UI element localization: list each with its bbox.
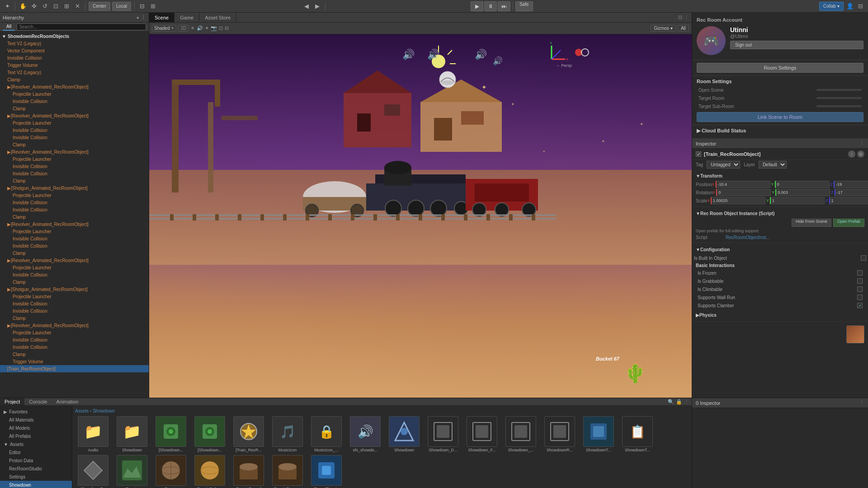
tool-scale[interactable]: ⊡ — [51, 2, 60, 11]
list-item[interactable]: Projectile Launcher — [0, 192, 149, 199]
open-scene-value[interactable] — [816, 89, 862, 91]
project-tab-console[interactable]: Console — [24, 398, 52, 405]
pause-button[interactable]: ⏸ — [484, 1, 497, 11]
list-item[interactable]: Projectile Launcher — [0, 293, 149, 300]
camera-icon[interactable]: 📷 — [211, 25, 217, 31]
all-layers-dropdown[interactable]: All — [678, 25, 689, 32]
list-item[interactable]: Invisible Collision — [0, 163, 149, 170]
asset-item-showdown-w[interactable]: Showdown_... — [503, 416, 539, 452]
is-frozen-checkbox[interactable] — [857, 270, 863, 276]
asset-item-showdown1[interactable]: [Showdown... — [153, 416, 189, 452]
redo-btn[interactable]: ▶ — [313, 2, 322, 11]
list-item[interactable]: Invisible Collision — [0, 98, 149, 105]
asset-item-showdown-r[interactable]: ShowdownR... — [542, 416, 578, 452]
grid-icon[interactable]: ⊞ — [149, 2, 158, 11]
asset-item-tunnelterrain[interactable]: TunnelTerrain — [308, 455, 344, 488]
hierarchy-selected-item[interactable]: [Train_RecRoomObject] — [0, 365, 149, 372]
account-icon[interactable]: 👤 — [845, 2, 854, 11]
hierarchy-add-icon[interactable]: + — [137, 15, 139, 20]
breadcrumb-showdown[interactable]: Showdown — [93, 408, 115, 413]
list-item[interactable]: Clamp — [0, 141, 149, 148]
list-item[interactable]: Invisible Collision — [0, 336, 149, 343]
layer-icon[interactable]: ⊟ — [856, 2, 865, 11]
sidebar-item-editor[interactable]: Editor — [0, 448, 72, 456]
asset-item-showdown-d[interactable]: Showdown_D... — [425, 416, 461, 452]
object-active-checkbox[interactable]: ✓ — [696, 151, 701, 157]
asset-item-terrain[interactable]: Terrain — [114, 455, 150, 488]
undo-btn[interactable]: ◀ — [302, 2, 311, 11]
built-in-checkbox[interactable] — [861, 255, 866, 261]
link-scene-button[interactable]: Link Scene to Room — [697, 112, 863, 122]
hierarchy-tab-all[interactable]: All — [3, 23, 15, 31]
asset-item-train[interactable]: [Train_RecR... — [231, 416, 267, 452]
is-climbable-checkbox[interactable] — [857, 286, 863, 292]
asset-item-showdown2[interactable]: [Showdown... — [192, 416, 228, 452]
asset-item-showdown[interactable]: 📁 Showdown — [114, 416, 150, 452]
list-item[interactable]: Trigger Volume — [0, 61, 149, 69]
shaded-dropdown[interactable]: Shaded ▼ — [152, 25, 176, 32]
asset-item-showdown3[interactable]: Showdown — [386, 416, 422, 452]
tool-transform[interactable]: ✕ — [73, 2, 82, 11]
light-icon[interactable]: ☀ — [190, 25, 195, 31]
list-item[interactable]: Invisible Collision — [0, 343, 149, 351]
safe-button[interactable]: Safe — [515, 1, 533, 11]
list-item[interactable]: Projectile Launcher — [0, 329, 149, 336]
list-item[interactable]: Clamp — [0, 177, 149, 184]
list-item[interactable]: ▶ [Revolver_Animated_RecRoomObject] — [0, 257, 149, 264]
supports-clamber-checkbox[interactable]: ✓ — [857, 303, 863, 308]
hide-from-scene-button[interactable]: Hide From Scene — [792, 219, 831, 227]
sidebar-item-all-materials[interactable]: All Materials — [0, 416, 72, 424]
physics-header[interactable]: ▶ Physics — [692, 310, 868, 319]
list-item[interactable]: Text V2 (Legacy) — [0, 69, 149, 76]
list-item[interactable]: Invisible Collision — [0, 235, 149, 242]
hierarchy-root-item[interactable]: ▼ ShowdownRecRoomObjects — [0, 33, 149, 40]
list-item[interactable]: Invisible Collision — [0, 307, 149, 314]
asset-item-showdownt1[interactable]: ShowdownT... — [580, 416, 617, 452]
scale-y-input[interactable] — [770, 197, 825, 204]
scale-x-input[interactable] — [711, 197, 765, 204]
snap-icon[interactable]: ⊟ — [138, 2, 147, 11]
gizmos-dropdown[interactable]: Gizmos ▾ — [651, 25, 676, 32]
rotation-x-input[interactable] — [716, 189, 771, 196]
list-item[interactable]: Invisible Collision — [0, 170, 149, 177]
tool-move[interactable]: ✜ — [29, 2, 38, 11]
list-item[interactable]: Clamp — [0, 105, 149, 112]
maximize-icon[interactable]: ⊡ — [678, 14, 682, 20]
breadcrumb-assets[interactable]: Assets — [75, 408, 89, 413]
object-icon[interactable]: ⊞ — [857, 150, 864, 158]
sidebar-item-showdown[interactable]: Showdown — [0, 481, 72, 488]
asset-item-terrainbake[interactable]: TerrainBake... — [192, 455, 228, 488]
project-tab-animation[interactable]: Animation — [52, 398, 83, 405]
list-item[interactable]: Clamp — [0, 76, 149, 83]
position-x-input[interactable] — [716, 181, 770, 188]
unity-logo-icon[interactable]: ✦ — [3, 2, 12, 11]
inspector-bottom-options[interactable]: ⋮ — [859, 400, 864, 406]
list-item[interactable]: Invisible Collision — [0, 206, 149, 213]
project-tab-project[interactable]: Project — [0, 398, 24, 405]
list-item[interactable]: Clamp — [0, 278, 149, 286]
scene-tab-scene[interactable]: Scene — [149, 13, 175, 22]
list-item[interactable]: Invisible Collision — [0, 127, 149, 134]
tool-rotate[interactable]: ↺ — [40, 2, 49, 11]
info-icon[interactable]: i — [848, 150, 855, 158]
scene-tab-game[interactable]: Game — [175, 13, 199, 22]
list-item[interactable]: Trigger Volume — [0, 358, 149, 365]
asset-item-sfx[interactable]: 🔊 sfx_showdo... — [347, 416, 383, 452]
scene-gizmo-icon[interactable]: ⊡ — [219, 25, 223, 31]
project-lock-icon[interactable]: 🔒 — [676, 399, 682, 405]
scene-options-icon[interactable]: ⋮ — [684, 14, 689, 20]
color-swatch[interactable] — [846, 325, 864, 343]
list-item[interactable]: ▶ [Revolver_Animated_RecRoomObject] — [0, 322, 149, 329]
audio-icon[interactable]: 🔊 — [197, 25, 203, 31]
collab-button[interactable]: Collab ▾ — [819, 2, 844, 11]
target-sub-room-value[interactable] — [816, 105, 862, 107]
list-item[interactable]: ▶ [Revolver_Animated_RecRoomObject] — [0, 112, 149, 119]
list-item[interactable]: Invisible Collision — [0, 271, 149, 278]
inspector-options[interactable]: ⋮ — [859, 141, 864, 146]
sidebar-item-proton-data[interactable]: Proton Data — [0, 456, 72, 465]
list-item[interactable]: Invisible Collision — [0, 199, 149, 206]
asset-item-musiciconlocked[interactable]: 🔒 MusicIcon_... — [308, 416, 344, 452]
sidebar-item-settings[interactable]: Settings — [0, 473, 72, 481]
list-item[interactable]: ▶ [Shotgun_Animated_RecRoomObject] — [0, 286, 149, 293]
sidebar-item-rec-room-studio[interactable]: RecRoomStudio — [0, 465, 72, 473]
